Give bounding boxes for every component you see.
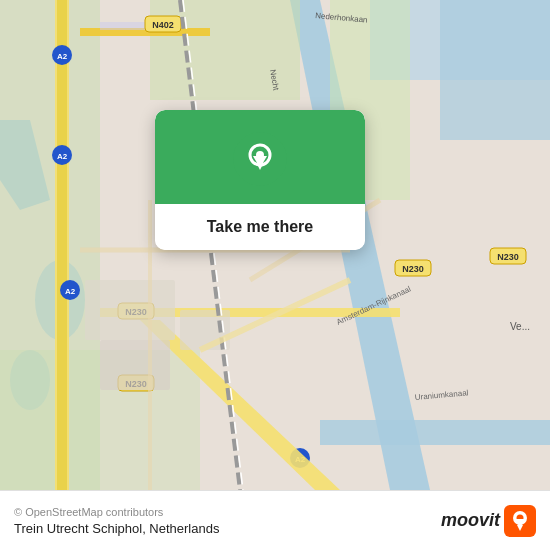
moovit-logo: moovit bbox=[441, 505, 536, 537]
popup-header bbox=[155, 110, 365, 204]
svg-text:N230: N230 bbox=[497, 252, 519, 262]
svg-text:A2: A2 bbox=[57, 152, 68, 161]
location-pin-icon bbox=[233, 132, 287, 186]
popup-card: Take me there bbox=[155, 110, 365, 250]
svg-rect-4 bbox=[440, 0, 550, 140]
moovit-logo-text: moovit bbox=[441, 510, 500, 531]
svg-marker-7 bbox=[320, 420, 550, 445]
moovit-brand-icon bbox=[504, 505, 536, 537]
svg-rect-37 bbox=[100, 340, 170, 390]
bottom-bar: © OpenStreetMap contributors Trein Utrec… bbox=[0, 490, 550, 550]
svg-rect-13 bbox=[57, 0, 67, 490]
svg-text:N230: N230 bbox=[402, 264, 424, 274]
svg-text:A2: A2 bbox=[57, 52, 68, 61]
location-label: Trein Utrecht Schiphol, Netherlands bbox=[14, 521, 219, 536]
copyright-text: © OpenStreetMap contributors bbox=[14, 506, 219, 518]
svg-text:Ve...: Ve... bbox=[510, 321, 530, 332]
svg-rect-36 bbox=[85, 280, 175, 340]
map-area: A2 A2 A2 A2 N402 N230 N230 N230 N230 bbox=[0, 0, 550, 490]
take-me-there-button[interactable]: Take me there bbox=[155, 204, 365, 250]
svg-text:N402: N402 bbox=[152, 20, 174, 30]
svg-text:A2: A2 bbox=[65, 287, 76, 296]
